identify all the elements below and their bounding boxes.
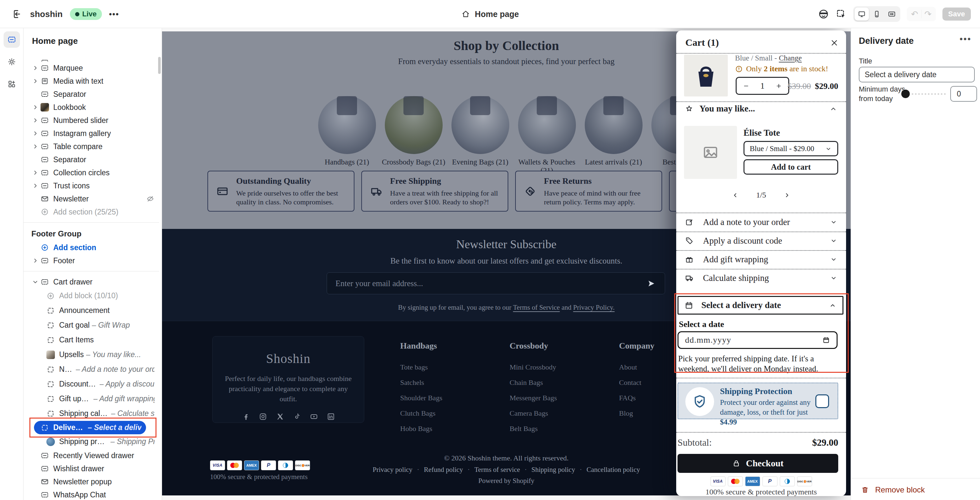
cart-accordion-row[interactable]: Calculate shipping — [685, 270, 838, 286]
redo-button[interactable]: ↷ — [921, 8, 935, 20]
chev-r-icon[interactable] — [31, 257, 39, 265]
collection-circle-item[interactable]: Evening Bags (21) — [447, 73, 514, 175]
collection-circle-item[interactable]: Handbags (21) — [313, 73, 380, 175]
date-picker-icon[interactable] — [822, 336, 830, 344]
footer-link[interactable]: Satchels — [400, 375, 498, 390]
sidebar-item[interactable]: Lookbook — [24, 101, 159, 114]
chev-r-icon[interactable] — [31, 169, 39, 177]
sidebar-item[interactable] — [24, 222, 159, 223]
undo-button[interactable]: ↶ — [908, 8, 921, 20]
theme-actions-menu[interactable]: ••• — [109, 10, 119, 19]
facebook-icon[interactable] — [242, 412, 250, 421]
chev-r-icon[interactable] — [31, 77, 39, 85]
delivery-date-accordion-header[interactable]: Select a delivery date — [678, 296, 843, 315]
sidebar-item[interactable]: Newsletter popup — [24, 475, 159, 488]
footer-link[interactable]: Camera Bags — [510, 406, 608, 421]
chevron-up-icon[interactable] — [829, 105, 838, 113]
app-embeds-tab[interactable] — [3, 76, 20, 92]
footer-policy-link[interactable]: Privacy policy — [373, 466, 412, 474]
footer-policy-link[interactable]: Shipping policy — [525, 466, 575, 474]
sidebar-item[interactable]: Upsells – You may like... — [24, 347, 159, 362]
chev-r-icon[interactable] — [31, 129, 39, 137]
sidebar-item[interactable]: Numbered slider — [24, 114, 159, 127]
save-button[interactable]: Save — [942, 8, 971, 21]
remove-block-button[interactable]: Remove block — [861, 485, 925, 494]
select-element-icon[interactable] — [835, 8, 847, 20]
upsell-add-to-cart-button[interactable]: Add to cart — [743, 159, 838, 175]
x-icon[interactable] — [276, 412, 284, 421]
mobile-view-button[interactable] — [870, 8, 884, 21]
chev-r-icon[interactable] — [31, 117, 39, 124]
desktop-view-button[interactable] — [854, 8, 869, 21]
minus-icon[interactable] — [743, 82, 750, 89]
min-days-slider-track[interactable] — [912, 93, 946, 95]
delivery-date-input[interactable]: dd.mm.yyyy — [678, 331, 838, 349]
sidebar-item[interactable]: Gift upsell – Add gift wrapping — [24, 391, 159, 406]
footer-link[interactable]: Tote bags — [400, 359, 498, 375]
footer-link[interactable]: Belt Bags — [510, 421, 608, 436]
footer-link[interactable]: Shoulder Bags — [400, 390, 498, 406]
sidebar-item[interactable]: Discount form – Apply a discount c — [24, 377, 159, 391]
sidebar-item[interactable]: Collection circles — [24, 166, 159, 179]
cart-accordion-row[interactable]: Add a note to your order — [685, 214, 838, 230]
live-badge[interactable]: Live — [70, 8, 102, 20]
collection-circle-item[interactable]: Crossbody Bags (21) — [380, 73, 447, 175]
sidebar-item[interactable] — [24, 56, 159, 61]
sidebar-item[interactable]: Shipping protection – Shipping Prot... — [24, 434, 159, 449]
cart-close-icon[interactable] — [830, 38, 839, 48]
min-days-slider-knob[interactable] — [901, 89, 910, 98]
sidebar-item[interactable]: Media with text — [24, 75, 159, 88]
chev-r-icon[interactable] — [31, 182, 39, 190]
terms-of-service-link[interactable]: Terms of Service — [513, 304, 560, 312]
fullwidth-view-button[interactable] — [885, 8, 899, 21]
sidebar-item[interactable]: Add block (10/10) — [24, 288, 159, 303]
footer-link[interactable]: Clutch Bags — [400, 406, 498, 421]
sidebar-item[interactable]: Trust icons — [24, 179, 159, 192]
collection-image[interactable] — [518, 96, 576, 154]
collection-image[interactable] — [452, 96, 509, 154]
privacy-policy-link[interactable]: Privacy Policy. — [573, 304, 614, 312]
chev-r-icon[interactable] — [31, 103, 39, 111]
sidebar-item[interactable]: Footer Group — [24, 227, 159, 241]
collection-image[interactable] — [318, 96, 376, 154]
sidebar-item[interactable]: Cart drawer — [24, 275, 159, 288]
sidebar-item[interactable]: Add section — [24, 241, 159, 254]
upsell-variant-select[interactable]: Blue / Small - $29.00 — [743, 141, 838, 156]
footer-policy-link[interactable]: Refund policy — [417, 466, 463, 474]
plus-icon[interactable] — [775, 82, 783, 89]
cart-accordion-row[interactable]: Apply a discount code — [685, 233, 838, 249]
sidebar-item[interactable] — [24, 271, 159, 272]
footer-link[interactable]: Mini Crossbody — [510, 359, 608, 375]
shipping-protection-checkbox[interactable] — [815, 395, 829, 408]
footer-link[interactable]: Messenger Bags — [510, 390, 608, 406]
instagram-icon[interactable] — [259, 412, 267, 421]
sidebar-item[interactable]: Instagram gallery — [24, 127, 159, 140]
upsell-accordion-header[interactable]: You may like... — [685, 104, 838, 114]
footer-policy-link[interactable]: Cancellation policy — [579, 466, 640, 474]
linkedin-icon[interactable] — [327, 412, 335, 421]
youtube-icon[interactable] — [310, 412, 318, 421]
preview-inspector-icon[interactable] — [818, 8, 829, 20]
sidebar-item[interactable]: Recently Viewed drawer — [24, 449, 159, 462]
collection-image[interactable] — [385, 96, 442, 154]
sidebar-item[interactable]: WhatsApp Chat — [24, 488, 159, 500]
sidebar-item[interactable]: Newsletter — [24, 192, 159, 205]
collection-image[interactable] — [585, 96, 643, 154]
sidebar-item[interactable]: Delivery date – Select a delivery d... — [34, 421, 146, 434]
page-selector[interactable]: Home page — [461, 0, 519, 28]
sidebar-item[interactable]: Separator — [24, 88, 159, 101]
newsletter-email-input[interactable]: Enter your email address... — [327, 272, 665, 294]
title-field-input[interactable]: Select a delivery date — [859, 67, 975, 82]
sidebar-item[interactable]: Add section (25/25) — [24, 205, 159, 219]
theme-settings-tab[interactable] — [3, 54, 20, 70]
sidebar-item[interactable]: Wishlist drawer — [24, 462, 159, 475]
sidebar-item[interactable]: Separator — [24, 153, 159, 166]
checkout-button[interactable]: Checkout — [678, 454, 838, 473]
sidebar-item[interactable]: Cart Items — [24, 332, 159, 347]
newsletter-submit-icon[interactable] — [646, 279, 656, 288]
collection-circle-item[interactable]: Wallets & Pouches (21) — [514, 73, 580, 175]
chev-r-icon[interactable] — [31, 64, 39, 72]
chev-r-icon[interactable] — [31, 142, 39, 150]
sidebar-item[interactable]: Note – Add a note to your order — [24, 362, 159, 377]
tiktok-icon[interactable] — [293, 412, 301, 421]
